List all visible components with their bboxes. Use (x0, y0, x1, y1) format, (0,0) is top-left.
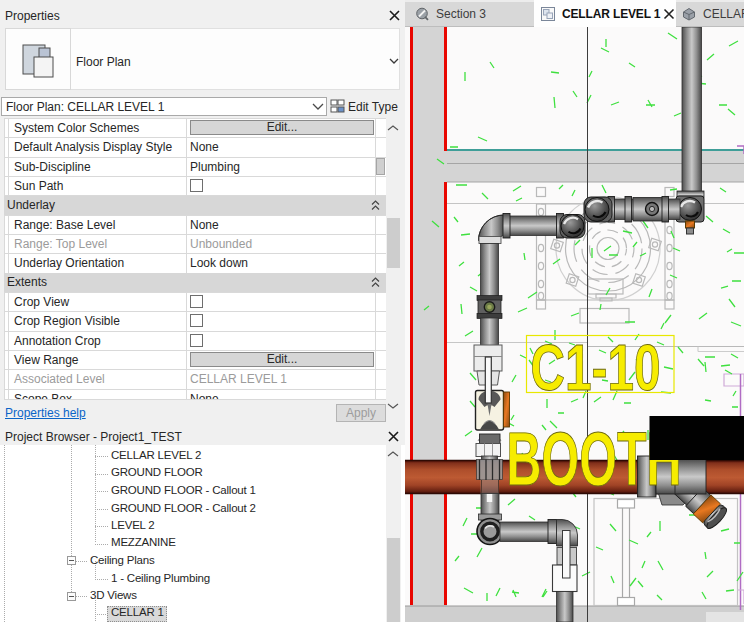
svg-text:C1-10: C1-10 (531, 331, 661, 404)
